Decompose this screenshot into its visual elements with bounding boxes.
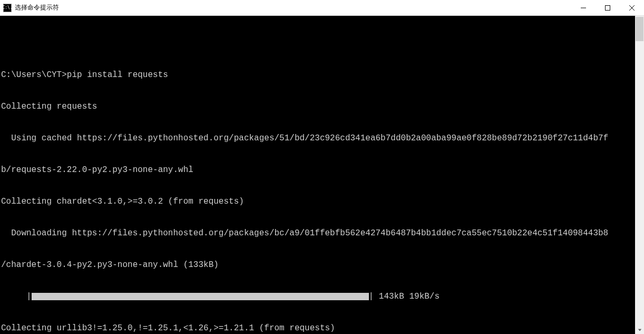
terminal-wrapper: C:\Users\CYT>pip install requests Collec… (0, 16, 644, 334)
cmd-icon: C:\. (3, 4, 12, 12)
terminal-line: b/requests-2.22.0-py2.py3-none-any.whl (1, 165, 635, 175)
terminal-line: Collecting urllib3!=1.25.0,!=1.25.1,<1.2… (1, 323, 635, 333)
terminal-line (1, 38, 635, 49)
terminal-line: C:\Users\CYT>pip install requests (1, 70, 635, 80)
terminal-line: /chardet-3.0.4-py2.py3-none-any.whl (133… (1, 260, 635, 270)
window-title: 选择命令提示符 (15, 3, 571, 12)
vertical-scrollbar[interactable] (635, 16, 644, 334)
progress-bar (32, 293, 369, 300)
scroll-thumb[interactable] (636, 17, 643, 41)
terminal-line: Collecting requests (1, 101, 635, 112)
titlebar[interactable]: C:\. 选择命令提示符 (0, 0, 644, 16)
window-controls (571, 0, 644, 15)
terminal-line: Collecting chardet<3.1.0,>=3.0.2 (from r… (1, 196, 635, 207)
terminal[interactable]: C:\Users\CYT>pip install requests Collec… (0, 16, 635, 334)
maximize-button[interactable] (596, 0, 620, 15)
svg-marker-4 (638, 329, 641, 331)
close-button[interactable] (620, 0, 644, 15)
terminal-line: Downloading https://files.pythonhosted.o… (1, 228, 635, 238)
svg-rect-1 (606, 5, 610, 10)
progress-status: | 143kB 19kB/s (369, 291, 440, 302)
minimize-button[interactable] (571, 0, 596, 15)
progress-pad: | (1, 291, 32, 302)
scroll-down-button[interactable] (635, 325, 644, 334)
progress-row: | | 143kB 19kB/s (1, 291, 635, 302)
terminal-line: Using cached https://files.pythonhosted.… (1, 133, 635, 144)
